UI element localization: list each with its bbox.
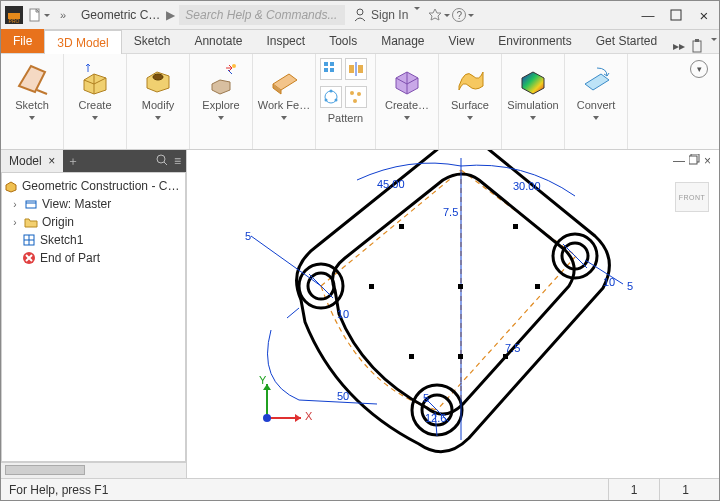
panel-workfeatures-label: Work Fe… <box>255 99 313 111</box>
tree-item-label: Origin <box>42 215 74 229</box>
search-input[interactable]: Search Help & Commands... <box>179 5 345 25</box>
tab-clipboard-icon[interactable] <box>691 39 703 53</box>
panel-convert: Convert <box>565 54 628 149</box>
mirror-button[interactable] <box>345 58 367 80</box>
tab-get-started[interactable]: Get Started <box>584 29 669 53</box>
graphics-canvas[interactable]: — × FRONT <box>187 150 719 478</box>
panel-createff: Create… <box>376 54 439 149</box>
browser-add-tab[interactable]: ＋ <box>63 153 83 170</box>
tree-item-label: View: Master <box>42 197 111 211</box>
svg-point-6 <box>232 64 236 68</box>
svg-point-15 <box>330 89 333 92</box>
tab-environments[interactable]: Environments <box>486 29 583 53</box>
breadcrumb-arrow-icon[interactable]: ▶ <box>166 8 175 22</box>
help-icon: ? <box>452 8 466 22</box>
svg-rect-23 <box>26 201 36 208</box>
create-freeform-button[interactable]: Create… <box>378 58 436 134</box>
panel-surface-dropdown[interactable] <box>467 114 473 125</box>
favorites-button[interactable] <box>428 4 450 26</box>
simulation-button[interactable]: Simulation <box>504 58 562 134</box>
tab-overflow-icon[interactable]: ▸▸ <box>673 39 685 53</box>
svg-point-20 <box>353 99 357 103</box>
part-icon <box>4 179 18 193</box>
panel-modify-dropdown[interactable] <box>155 114 161 125</box>
expand-icon[interactable]: › <box>10 199 20 210</box>
rect-pattern-button[interactable] <box>320 58 342 80</box>
window-minimize-button[interactable]: — <box>637 5 659 25</box>
expand-icon[interactable]: › <box>10 217 20 228</box>
sketch-driven-button[interactable] <box>345 86 367 108</box>
tree-root[interactable]: Geometric Construction - CAD.ipt <box>4 177 183 195</box>
panel-create-dropdown[interactable] <box>92 114 98 125</box>
tree-item-label: Sketch1 <box>40 233 83 247</box>
svg-rect-2 <box>671 10 681 20</box>
tab-sketch[interactable]: Sketch <box>122 29 183 53</box>
svg-point-1 <box>357 9 363 15</box>
panel-sketch: Sketch <box>1 54 64 149</box>
panel-create-label: Create <box>66 99 124 111</box>
user-icon <box>353 8 367 22</box>
ribbon-tabstrip: File 3D Model Sketch Annotate Inspect To… <box>1 30 719 54</box>
tree-item-view[interactable]: › View: Master <box>4 195 183 213</box>
svg-rect-9 <box>324 68 328 72</box>
panel-sketch-dropdown[interactable] <box>29 114 35 125</box>
model-tree[interactable]: Geometric Construction - CAD.ipt › View:… <box>1 172 186 462</box>
sketch-button[interactable]: Sketch <box>3 58 61 134</box>
surface-button[interactable]: Surface <box>441 58 499 134</box>
svg-rect-3 <box>693 41 701 52</box>
panel-explore-label: Explore <box>192 99 250 111</box>
tab-manage[interactable]: Manage <box>369 29 436 53</box>
panel-workfeatures-dropdown[interactable] <box>281 114 287 125</box>
workfeatures-button[interactable]: Work Fe… <box>255 58 313 134</box>
circ-pattern-button[interactable] <box>320 86 342 108</box>
tree-item-origin[interactable]: › Origin <box>4 213 183 231</box>
file-tab[interactable]: File <box>1 29 44 53</box>
browser-tab-close-icon[interactable]: × <box>48 154 55 168</box>
svg-rect-11 <box>349 65 354 73</box>
panel-surface-label: Surface <box>441 99 499 111</box>
browser-horizontal-scrollbar[interactable] <box>1 462 186 478</box>
tree-item-sketch1[interactable]: Sketch1 <box>4 231 183 249</box>
panel-simulation-label: Simulation <box>504 99 562 111</box>
tab-view[interactable]: View <box>437 29 487 53</box>
status-bar: For Help, press F1 1 1 <box>1 478 719 500</box>
modify-button[interactable]: Modify <box>129 58 187 134</box>
sign-in-button[interactable]: Sign In <box>353 8 420 22</box>
svg-point-18 <box>350 91 354 95</box>
svg-point-16 <box>335 98 338 101</box>
window-close-button[interactable]: × <box>693 5 715 25</box>
panel-pattern-label: Pattern <box>320 112 371 124</box>
browser-tab-model[interactable]: Model × <box>1 150 63 172</box>
tab-annotate[interactable]: Annotate <box>182 29 254 53</box>
sketch-icon <box>15 62 49 96</box>
tab-tools[interactable]: Tools <box>317 29 369 53</box>
svg-point-21 <box>157 155 165 163</box>
svg-line-22 <box>164 162 167 165</box>
panel-simulation-dropdown[interactable] <box>530 114 536 125</box>
svg-point-19 <box>357 92 361 96</box>
panel-createff-dropdown[interactable] <box>404 114 410 125</box>
tree-item-label: End of Part <box>40 251 100 265</box>
tree-item-endofpart[interactable]: End of Part <box>4 249 183 267</box>
ribbon-appearance-button[interactable]: ▾ <box>690 60 708 78</box>
browser-menu-icon[interactable]: ≡ <box>174 154 180 168</box>
explore-icon <box>204 62 238 96</box>
simulation-icon <box>516 62 550 96</box>
convert-button[interactable]: Convert <box>567 58 625 134</box>
tab-3d-model[interactable]: 3D Model <box>44 30 121 54</box>
panel-explore-dropdown[interactable] <box>218 114 224 125</box>
tab-options-dropdown[interactable] <box>709 39 717 53</box>
title-bar: PRO » Geometric C… ▶ Search Help & Comma… <box>1 1 719 30</box>
window-restore-button[interactable] <box>665 5 687 25</box>
create-button[interactable]: Create <box>66 58 124 134</box>
sketch-drawing <box>187 150 717 478</box>
help-button[interactable]: ? <box>452 4 474 26</box>
svg-rect-12 <box>358 65 363 73</box>
end-icon <box>22 251 36 265</box>
qat-new-doc[interactable] <box>28 4 50 26</box>
panel-convert-dropdown[interactable] <box>593 114 599 125</box>
explore-button[interactable]: Explore <box>192 58 250 134</box>
qat-overflow-icon[interactable]: » <box>52 4 74 26</box>
browser-search-icon[interactable] <box>156 154 168 168</box>
tab-inspect[interactable]: Inspect <box>254 29 317 53</box>
